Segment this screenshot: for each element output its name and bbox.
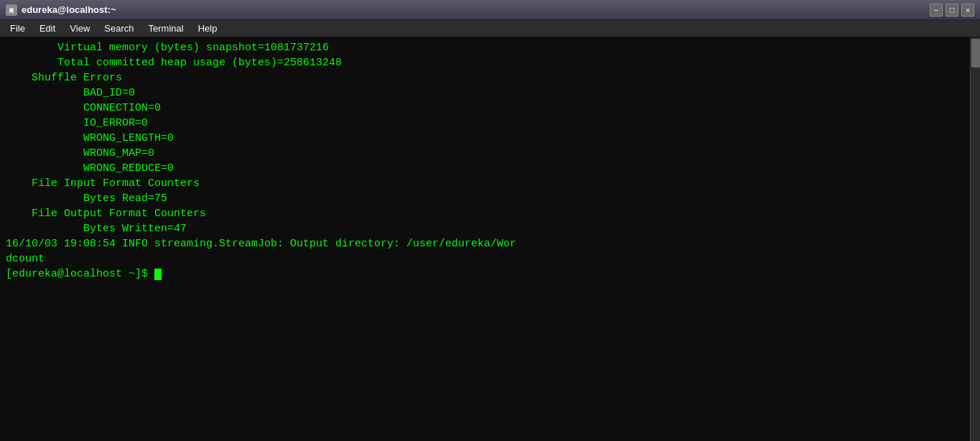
- menu-terminal[interactable]: Terminal: [141, 22, 191, 35]
- title-bar-left: ▣ edureka@localhost:~: [6, 4, 116, 16]
- menu-search[interactable]: Search: [97, 22, 141, 35]
- title-bar: ▣ edureka@localhost:~ − □ ×: [0, 0, 980, 20]
- terminal-cursor: [154, 269, 162, 280]
- window-controls: − □ ×: [930, 4, 974, 17]
- terminal-area[interactable]: Virtual memory (bytes) snapshot=10817372…: [0, 37, 980, 441]
- minimize-button[interactable]: −: [930, 4, 943, 17]
- scrollbar-thumb[interactable]: [971, 39, 980, 68]
- menu-file[interactable]: File: [3, 22, 32, 35]
- menu-view[interactable]: View: [62, 22, 97, 35]
- menu-edit[interactable]: Edit: [32, 22, 62, 35]
- terminal-output: Virtual memory (bytes) snapshot=10817372…: [6, 40, 974, 282]
- close-button[interactable]: ×: [961, 4, 974, 17]
- menu-bar: File Edit View Search Terminal Help: [0, 20, 980, 37]
- menu-help[interactable]: Help: [191, 22, 225, 35]
- scrollbar[interactable]: [970, 37, 980, 441]
- terminal-app-icon: ▣: [6, 4, 17, 16]
- maximize-button[interactable]: □: [946, 4, 958, 17]
- window-title: edureka@localhost:~: [22, 4, 116, 15]
